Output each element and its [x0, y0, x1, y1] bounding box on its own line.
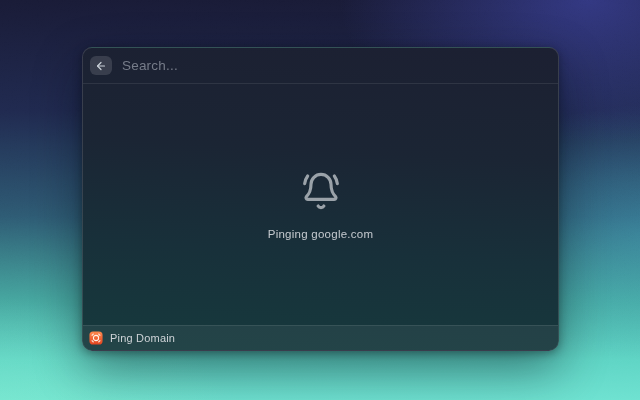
command-name: Ping Domain: [110, 332, 175, 344]
launcher-window: Pinging google.com Ping Domain: [82, 47, 559, 351]
back-button[interactable]: [90, 56, 112, 75]
search-bar: [83, 48, 558, 84]
desktop: Pinging google.com Ping Domain: [0, 0, 640, 400]
arrow-left-icon: [95, 60, 107, 72]
status-message: Pinging google.com: [268, 228, 374, 240]
ping-domain-icon: [89, 331, 103, 345]
action-bar: Ping Domain: [83, 325, 558, 350]
search-input[interactable]: [118, 48, 548, 83]
bell-ring-icon: [301, 171, 341, 211]
content-area: Pinging google.com: [83, 85, 558, 325]
